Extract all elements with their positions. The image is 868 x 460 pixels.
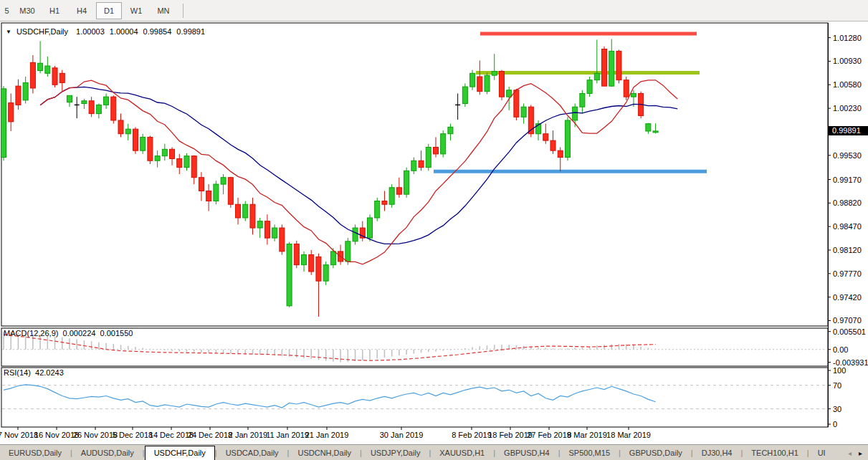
macd-main-value: 0.000224 <box>63 329 96 337</box>
candle <box>294 244 299 265</box>
candle <box>206 191 211 201</box>
chart-title: ▼ USDCHF,Daily 1.00003 1.00004 0.99854 0… <box>6 27 205 36</box>
price-axis-label: 0.99170 <box>833 176 862 184</box>
candle <box>118 120 123 134</box>
toolbar-separator <box>183 4 183 18</box>
price-axis-label: 0.97420 <box>833 293 862 302</box>
symbol-tab-sp500[interactable]: SP500,M15 <box>561 446 619 460</box>
candle <box>521 107 526 117</box>
symbol-tab-eurusd[interactable]: EURUSD,Daily <box>0 446 70 460</box>
current-price-tag: 0.99891 <box>829 126 868 135</box>
candle <box>264 221 270 238</box>
symbol-tab-usdcnh[interactable]: USDCNH,Daily <box>289 446 360 460</box>
chart-symbol-label: USDCHF,Daily <box>16 27 68 36</box>
timeframe-button-m30[interactable]: M30 <box>14 2 40 19</box>
candle <box>302 255 307 265</box>
candle <box>177 158 182 167</box>
candle <box>441 134 446 154</box>
symbol-tab-dj30[interactable]: DJ30,H4 <box>693 446 741 460</box>
symbol-tab-gbpusd[interactable]: GBPUSD,Daily <box>621 446 691 460</box>
candle <box>323 265 328 282</box>
date-axis-label: 2 Jan 2019 <box>229 431 267 439</box>
candle <box>280 228 285 251</box>
timeframe-button-h4[interactable]: H4 <box>69 2 95 19</box>
candle <box>133 129 138 150</box>
candle <box>330 251 335 265</box>
candle <box>477 77 482 92</box>
tab-scroll-buttons: ◂▸ <box>848 449 868 457</box>
ohlc-close: 0.99891 <box>176 27 205 36</box>
candle <box>38 63 43 70</box>
candle <box>653 131 658 133</box>
main-pane[interactable] <box>1 23 828 326</box>
candle <box>624 80 629 97</box>
candle <box>9 103 14 122</box>
chart-dropdown-icon[interactable]: ▼ <box>6 29 11 35</box>
candle <box>507 90 512 97</box>
date-axis-label: 8 Mar 2019 <box>567 431 607 439</box>
candle <box>419 160 424 167</box>
candle <box>214 184 219 201</box>
candle <box>353 228 358 241</box>
candle <box>426 147 431 167</box>
candle <box>170 149 175 158</box>
candle <box>609 51 614 86</box>
timeframe-button-mn[interactable]: MN <box>151 2 176 19</box>
candle <box>470 73 475 87</box>
trading-terminal-window: { "toolbar": { "timeframes": [ {"label":… <box>0 0 868 460</box>
timeframe-button-d1[interactable]: D1 <box>96 2 122 19</box>
price-axis-label: 0.98470 <box>833 222 862 231</box>
candle <box>316 257 321 281</box>
price-axis-label: 0.98120 <box>833 246 862 254</box>
date-axis-label: 5 Dec 2018 <box>113 431 153 439</box>
macd-axis-label: 0.00 <box>833 345 848 354</box>
candle <box>396 188 401 194</box>
candle <box>462 87 467 103</box>
symbol-tab-usdchf[interactable]: USDCHF,Daily <box>145 446 215 460</box>
macd-signal-value: 0.001550 <box>100 329 133 337</box>
price-axis-label: 1.00580 <box>833 80 862 89</box>
candle <box>602 49 607 87</box>
candle <box>382 201 387 205</box>
candle <box>243 204 248 218</box>
candle <box>162 149 167 155</box>
candle <box>272 228 277 238</box>
symbol-tab-audusd[interactable]: AUDUSD,Daily <box>72 446 143 460</box>
symbol-tab-xauusd[interactable]: XAUUSD,H1 <box>431 446 493 460</box>
candle <box>104 97 109 105</box>
candle <box>368 218 373 238</box>
symbol-tab-gbpusd[interactable]: GBPUSD,H4 <box>495 446 558 460</box>
symbol-tab-usdcad[interactable]: USDCAD,Daily <box>217 446 287 460</box>
symbol-tab-tech100[interactable]: TECH100,H1 <box>743 446 806 460</box>
timeframe-button-h1[interactable]: H1 <box>42 2 67 19</box>
price-axis-label: 0.97070 <box>833 316 862 325</box>
symbol-tab-ui[interactable]: UI <box>809 446 834 460</box>
tab-scroll-right-icon[interactable]: ▸ <box>859 449 862 457</box>
candle <box>404 171 409 194</box>
date-axis-label: 18 Feb 2019 <box>488 431 533 439</box>
candle <box>389 188 394 204</box>
date-axis-label: 30 Jan 2019 <box>380 431 424 439</box>
price-axis-label: 0.99530 <box>833 151 862 160</box>
timeframe-button-w1[interactable]: W1 <box>123 2 149 19</box>
candle <box>448 127 453 133</box>
rsi-axis-label: 100 <box>833 366 846 375</box>
candle <box>16 86 21 105</box>
rsi-indicator-label: RSI(14) 42.0243 <box>4 368 64 377</box>
tab-scroll-left-icon[interactable]: ◂ <box>848 449 852 457</box>
symbol-tabbar: EURUSD,Daily|AUDUSD,Daily|USDCHF,Daily|U… <box>0 444 868 460</box>
candle <box>23 82 28 100</box>
chart-canvas[interactable] <box>0 0 868 460</box>
candle <box>565 120 570 158</box>
candle <box>309 255 314 272</box>
macd-name: MACD(12,26,9) <box>4 329 58 337</box>
rsi-pane[interactable] <box>1 368 828 427</box>
symbol-tab-usdjpy[interactable]: USDJPY,Daily <box>362 446 429 460</box>
candle <box>594 73 599 80</box>
price-axis-label: 0.97770 <box>833 269 862 278</box>
rsi-value: 42.0243 <box>35 368 64 377</box>
rsi-name: RSI(14) <box>4 368 31 377</box>
candle <box>514 90 519 118</box>
date-axis-label: 8 Feb 2019 <box>452 431 492 439</box>
timeframe-button-5[interactable]: 5 <box>1 2 13 19</box>
